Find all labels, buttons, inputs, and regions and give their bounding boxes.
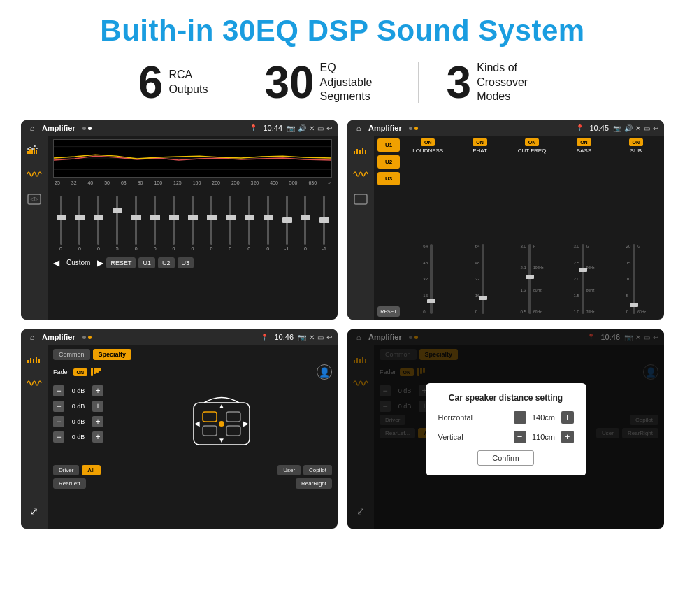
db-row-0: − 0 dB + [53, 385, 103, 396]
slider-bass[interactable] [582, 244, 584, 314]
amp-reset[interactable]: RESET [377, 306, 400, 317]
eq-slider-1[interactable]: 0 [73, 196, 86, 251]
slider-cutfreq[interactable] [528, 244, 531, 314]
db-plus-3[interactable]: + [92, 431, 103, 443]
eq-freq-labels: 25 32 40 50 63 80 100 125 160 200 250 32… [53, 180, 332, 185]
home-icon-3[interactable]: ⌂ [27, 331, 38, 343]
eq-slider-5[interactable]: 0 [149, 196, 161, 251]
db-minus-1[interactable]: − [53, 401, 64, 412]
eq-slider-12[interactable]: -1 [280, 196, 293, 251]
status-dots-1 [82, 127, 92, 130]
status-time-1: 10:44 [263, 124, 282, 132]
prev-button[interactable]: ◀ [53, 258, 59, 268]
stat-crossover: 3 Kinds of Crossover Modes [419, 60, 575, 105]
eq-slider-14[interactable]: -1 [318, 196, 331, 251]
vertical-value: 110cm [530, 433, 558, 441]
slider-phat[interactable] [482, 244, 484, 314]
vertical-row: Vertical − 110cm + [438, 431, 574, 443]
u3-button[interactable]: U3 [178, 257, 194, 268]
app-name-2: Amplifier [368, 124, 402, 132]
eq-slider-0[interactable]: 0 [55, 196, 67, 251]
channel-bass: ON BASS 3.0 2.5 2.0 1.5 1.0 [559, 138, 608, 317]
eq-slider-3[interactable]: 5 [111, 196, 124, 251]
db-minus-3[interactable]: − [53, 431, 64, 443]
back-icon-3[interactable]: ↩ [326, 334, 332, 341]
speaker-icon-2[interactable] [351, 192, 370, 207]
rearleft-btn[interactable]: RearLeft [53, 478, 86, 489]
db-plus-2[interactable]: + [92, 416, 103, 427]
toggle-cutfreq[interactable]: ON [525, 138, 540, 146]
rearright-btn[interactable]: RearRight [296, 478, 332, 489]
speaker-volume-icon[interactable]: ◁▷ [24, 192, 44, 207]
toggle-sub[interactable]: ON [629, 138, 644, 146]
db-row-2: − 0 dB + [53, 416, 103, 427]
wave-icon-2[interactable] [351, 166, 370, 182]
slider-sub[interactable] [633, 244, 635, 314]
svg-text:▶: ▶ [243, 420, 249, 427]
eq-icon-2[interactable] [351, 141, 370, 157]
back-icon[interactable]: ↩ [326, 124, 332, 132]
home-icon-2[interactable]: ⌂ [353, 122, 364, 134]
u2-button[interactable]: U2 [158, 257, 175, 268]
wave-icon-3[interactable] [24, 375, 44, 391]
fader-toggle[interactable]: ON [73, 368, 88, 376]
driver-btn[interactable]: Driver [53, 465, 79, 475]
vertical-plus[interactable]: + [561, 431, 574, 443]
confirm-button[interactable]: Confirm [477, 450, 534, 466]
eq-slider-8[interactable]: 0 [205, 196, 217, 251]
stat-label-crossover: Kinds of Crossover Modes [477, 61, 547, 104]
slider-loudness[interactable] [430, 244, 433, 314]
channel-phat: ON PHAT 64 48 32 16 0 [455, 138, 504, 317]
all-btn[interactable]: All [82, 465, 100, 475]
reset-button[interactable]: RESET [106, 257, 136, 268]
profile-icon-3[interactable]: 👤 [317, 364, 332, 380]
eq-icon[interactable] [24, 141, 44, 157]
eq-slider-11[interactable]: 0 [261, 196, 274, 251]
horizontal-minus[interactable]: − [514, 411, 526, 424]
tab-common-3[interactable]: Common [53, 349, 90, 360]
svg-rect-29 [203, 412, 217, 422]
eq-slider-4[interactable]: 0 [130, 196, 143, 251]
back-icon-2[interactable]: ↩ [653, 124, 658, 132]
stats-row: 6 RCA Outputs 30 EQ Adjustable Segments … [21, 60, 664, 105]
horizontal-plus[interactable]: + [561, 411, 574, 424]
horizontal-label: Horizontal [438, 413, 480, 422]
tab-specialty-3[interactable]: Specialty [93, 349, 132, 360]
eq-slider-7[interactable]: 0 [186, 196, 199, 251]
home-icon[interactable]: ⌂ [27, 122, 38, 134]
db-plus-0[interactable]: + [92, 385, 103, 396]
page-wrapper: Buith-in 30EQ DSP Sound System 6 RCA Out… [0, 0, 685, 539]
eq-slider-6[interactable]: 0 [168, 196, 180, 251]
db-minus-0[interactable]: − [53, 385, 64, 396]
camera-icon-2: 📷 [613, 124, 621, 132]
eq-icon-3[interactable] [24, 350, 44, 366]
eq-slider-9[interactable]: 0 [224, 196, 236, 251]
toggle-phat[interactable]: ON [473, 138, 487, 146]
toggle-loudness[interactable]: ON [421, 138, 435, 146]
wave-icon[interactable] [24, 166, 44, 182]
next-button[interactable]: ▶ [97, 258, 103, 268]
amp-channels-list: ON LOUDNESS 64 48 32 16 0 [403, 138, 661, 317]
copilot-btn[interactable]: Copilot [303, 465, 332, 475]
eq-slider-2[interactable]: 0 [92, 196, 105, 251]
amp-channels-main: U1 U2 U3 RESET ON LOUDNESS [374, 136, 664, 320]
u1-button[interactable]: U1 [138, 257, 155, 268]
stat-eq: 30 EQ Adjustable Segments [236, 60, 417, 105]
eq-slider-10[interactable]: 0 [243, 196, 255, 251]
arrows-icon-3[interactable]: ⤢ [24, 504, 44, 520]
db-plus-1[interactable]: + [92, 401, 103, 412]
main-title: Buith-in 30EQ DSP Sound System [21, 14, 664, 48]
toggle-bass[interactable]: ON [577, 138, 591, 146]
vertical-minus[interactable]: − [514, 431, 526, 443]
svg-rect-6 [29, 147, 31, 148]
eq-slider-13[interactable]: 0 [299, 196, 312, 251]
close-icon: ✕ [309, 124, 315, 132]
screen-channels: ⌂ Amplifier 📍 10:45 📷 🔊 ✕ ▭ ↩ [347, 120, 664, 320]
db-minus-2[interactable]: − [53, 416, 64, 427]
user-btn[interactable]: User [277, 465, 301, 475]
preset-u3[interactable]: U3 [377, 172, 400, 185]
svg-rect-9 [36, 148, 38, 149]
status-time-2: 10:45 [589, 124, 609, 132]
preset-u2[interactable]: U2 [377, 155, 400, 169]
preset-u1[interactable]: U1 [377, 138, 400, 152]
